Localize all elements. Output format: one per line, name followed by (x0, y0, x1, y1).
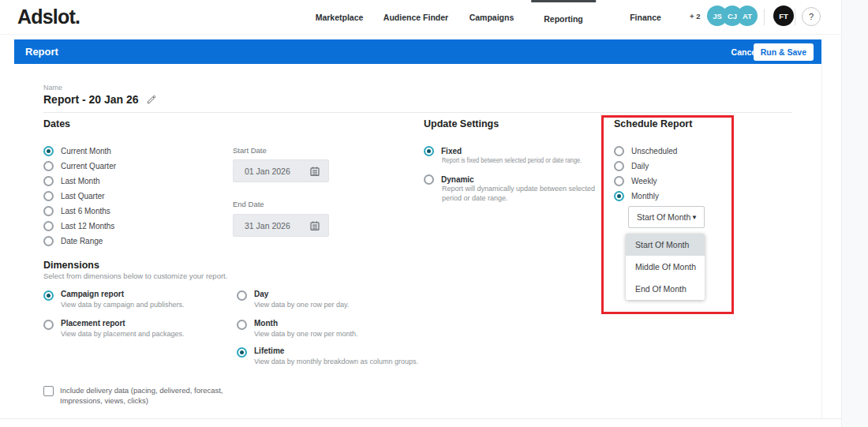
radio-icon[interactable] (237, 290, 247, 301)
radio-icon[interactable] (43, 236, 54, 246)
radio-monthly[interactable]: Monthly (614, 189, 677, 204)
nav-item-marketplace[interactable]: Marketplace (303, 0, 376, 35)
name-label: Name (43, 84, 62, 92)
nav-item-reporting[interactable]: Reporting (531, 0, 596, 35)
schedule-report-heading: Schedule Report (614, 118, 692, 129)
end-date-input[interactable]: 31 Jan 2026 (233, 214, 329, 237)
calendar-icon (309, 166, 320, 177)
radio-last-quarter[interactable]: Last Quarter (43, 189, 116, 204)
radio-icon[interactable] (614, 191, 624, 201)
checkbox-label: Include delivery data (pacing, delivered… (60, 385, 243, 406)
report-toolbar: Report Cancel Run & Save (14, 39, 821, 64)
checkbox-icon[interactable] (43, 386, 54, 396)
radio-icon[interactable] (237, 320, 247, 330)
radio-unscheduled[interactable]: Unscheduled (614, 144, 677, 159)
radio-last-12-months[interactable]: Last 12 Months (43, 219, 116, 234)
calendar-icon (309, 220, 320, 231)
dimensions-subtitle: Select from dimensions below to customiz… (43, 272, 227, 280)
nav-item-campaigns[interactable]: Campaigns (457, 0, 527, 35)
frequency-dropdown-menu: Start Of Month Middle Of Month End Of Mo… (626, 234, 705, 300)
avatar-overflow-count[interactable]: + 2 (690, 12, 700, 21)
update-settings-heading: Update Settings (424, 118, 499, 129)
radio-last-6-months[interactable]: Last 6 Months (43, 204, 116, 219)
option-month[interactable]: Month View data by one row per month. (237, 319, 424, 339)
adslot-logo[interactable]: Adslot. (17, 6, 80, 28)
radio-daily[interactable]: Daily (614, 159, 677, 174)
radio-icon[interactable] (43, 161, 54, 171)
nav-item-finance[interactable]: Finance (617, 0, 674, 35)
radio-icon[interactable] (43, 290, 54, 301)
end-date-label: End Date (233, 200, 264, 208)
report-name: Report - 20 Jan 26 (43, 93, 139, 106)
run-save-button[interactable]: Run & Save (754, 43, 814, 61)
content-bottom-edge (0, 418, 841, 419)
nav-divider (764, 9, 765, 25)
radio-current-month[interactable]: Current Month (43, 144, 116, 159)
radio-icon[interactable] (43, 206, 54, 216)
radio-icon[interactable] (424, 146, 434, 156)
edit-pencil-icon[interactable] (146, 94, 157, 105)
option-lifetime[interactable]: Lifetime View data by monthly breakdown … (237, 346, 424, 366)
content-card-edge (821, 64, 822, 419)
section-divider (43, 112, 792, 113)
page-title: Report (25, 46, 58, 58)
right-gutter (841, 0, 868, 427)
avatar[interactable]: AT (737, 6, 758, 26)
radio-icon[interactable] (43, 191, 54, 201)
radio-weekly[interactable]: Weekly (614, 174, 677, 189)
radio-last-month[interactable]: Last Month (43, 174, 116, 189)
monthly-frequency-select[interactable]: Start Of Month ▼ (628, 206, 705, 228)
radio-date-range[interactable]: Date Range (43, 234, 116, 249)
start-date-input[interactable]: 01 Jan 2026 (233, 159, 329, 182)
radio-icon[interactable] (43, 146, 54, 156)
radio-icon[interactable] (237, 347, 247, 358)
top-nav: Adslot. Marketplace Audience Finder Camp… (0, 0, 841, 35)
radio-icon[interactable] (614, 176, 624, 186)
dropdown-option-start-of-month[interactable]: Start Of Month (626, 234, 705, 256)
report-page: Adslot. Marketplace Audience Finder Camp… (0, 0, 868, 427)
option-placement-report[interactable]: Placement report View data by placement … (43, 319, 230, 339)
schedule-radio-group: Unscheduled Daily Weekly Monthly (614, 144, 677, 204)
radio-icon[interactable] (424, 174, 434, 185)
include-delivery-data-row[interactable]: Include delivery data (pacing, delivered… (43, 385, 243, 406)
nav-item-audience-finder[interactable]: Audience Finder (371, 0, 461, 35)
report-name-row: Report - 20 Jan 26 (43, 93, 157, 106)
dimensions-heading: Dimensions (43, 260, 99, 271)
dropdown-option-middle-of-month[interactable]: Middle Of Month (626, 256, 705, 278)
dates-radio-group: Current Month Current Quarter Last Month… (43, 144, 116, 249)
radio-current-quarter[interactable]: Current Quarter (43, 159, 116, 174)
radio-icon[interactable] (614, 146, 624, 156)
chevron-down-icon: ▼ (691, 214, 698, 221)
radio-icon[interactable] (43, 176, 54, 186)
radio-icon[interactable] (43, 221, 54, 231)
radio-icon[interactable] (43, 320, 54, 330)
dates-heading: Dates (43, 118, 70, 129)
dropdown-option-end-of-month[interactable]: End Of Month (626, 278, 705, 300)
option-day[interactable]: Day View data by one row per day. (237, 290, 424, 309)
radio-icon[interactable] (614, 161, 624, 171)
start-date-label: Start Date (233, 146, 267, 155)
help-icon[interactable]: ? (802, 7, 821, 26)
dynamic-description: Report will dynamically update between s… (442, 184, 609, 203)
option-campaign-report[interactable]: Campaign report View data by campaign an… (43, 290, 230, 309)
nav-divider (795, 9, 795, 25)
fixed-description: Report is fixed between selected period … (442, 155, 582, 165)
user-avatar[interactable]: FT (773, 6, 794, 26)
